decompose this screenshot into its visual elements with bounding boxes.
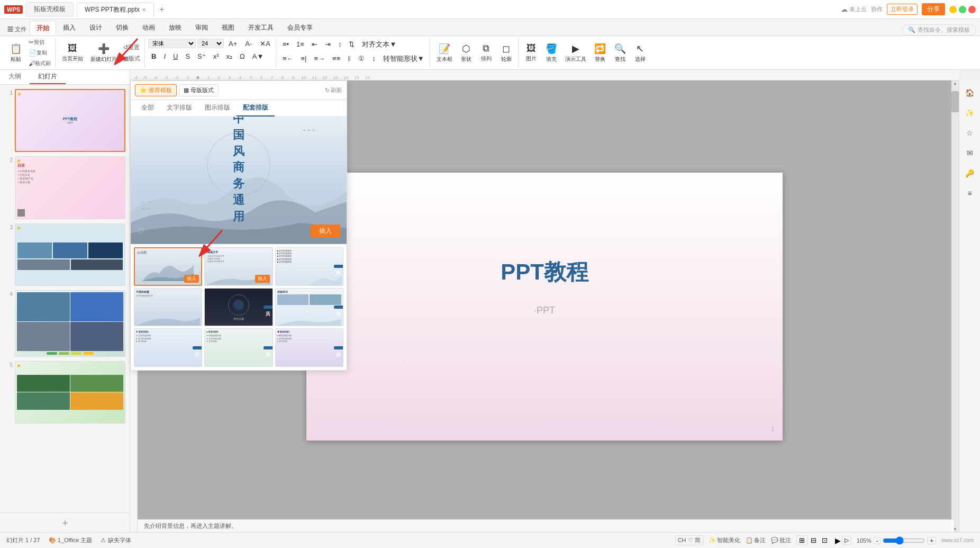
tp-tab-suite[interactable]: 配套排版 (237, 100, 275, 116)
find-button[interactable]: 🔍 查找 (611, 40, 630, 66)
sync-status[interactable]: ☁ 未上云 (841, 5, 867, 13)
share-button[interactable]: 分享 (922, 3, 945, 15)
login-button[interactable]: 立即登录 (887, 4, 918, 15)
font-decrease-button[interactable]: A- (242, 38, 255, 49)
superscript-button[interactable]: x² (210, 51, 222, 62)
tp-tab-all[interactable]: 全部 (135, 100, 160, 116)
refresh-button[interactable]: ↻ 刷新 (325, 86, 342, 94)
mini-insert-btn-6[interactable]: 插入 (334, 306, 343, 309)
bold-button[interactable]: B (148, 51, 159, 62)
numbered-list-button[interactable]: 1≡ (293, 39, 307, 50)
align-right-button[interactable]: ≡→ (311, 53, 329, 64)
layout-template-button[interactable]: ▦ 母版版式 (179, 84, 219, 96)
ribbon-tab-review[interactable]: 审阅 (188, 20, 215, 35)
new-slide-button[interactable]: 🖼 当页开始 (59, 40, 86, 66)
align-justify-button[interactable]: ≡≡ (329, 53, 343, 64)
align-text-button[interactable]: 对齐文本▼ (359, 38, 400, 51)
copy-button[interactable]: 📄 复制 (26, 48, 53, 58)
template-thumb-7[interactable]: ▶ 配套排版A ● 文字内容说明 ● 文字内容说明 ● 文字内容 插入 (134, 328, 202, 367)
redesign-button[interactable]: ➕ 新建幻灯片 (87, 40, 120, 66)
slide-item[interactable]: 4 (4, 290, 125, 356)
slide-item[interactable]: 2 ★ 目录 ✓介绍基本信息 ✓介绍文化 ✓讲述/绍产品 ✓宣传方案 (4, 156, 125, 219)
mini-insert-btn-8[interactable]: 插入 (264, 346, 273, 349)
template-thumb-3[interactable]: ■ 文字内容排列 ■ 文字内容排列 ■ 文字内容排列 ■ 文字内容排列 ■ 文字… (275, 247, 343, 286)
slide-thumb-2[interactable]: ★ 目录 ✓介绍基本信息 ✓介绍文化 ✓讲述/绍产品 ✓宣传方案 (15, 156, 125, 219)
template-thumb-1[interactable]: 山水图 插入 (134, 247, 202, 286)
strikethrough-button[interactable]: S (182, 51, 193, 62)
menu-icon[interactable]: ☰ 文件 (4, 23, 30, 35)
slide-canvas[interactable]: PPT教程 ·PPT 1 PPT (306, 173, 783, 441)
cut-button[interactable]: ✂ 剪切 (26, 38, 53, 47)
mini-insert-btn-9[interactable]: 插入 (334, 346, 343, 349)
select-button[interactable]: ↖ 选择 (631, 40, 650, 66)
zoom-slider[interactable] (883, 536, 925, 545)
indent-right-button[interactable]: ⇥ (322, 39, 334, 50)
tab-pptx-close[interactable]: ✕ (142, 7, 146, 13)
clear-format-button[interactable]: ✕A (257, 38, 274, 49)
collab-button[interactable]: 协作 (871, 5, 883, 13)
right-tool-4[interactable]: ✉ (962, 145, 978, 161)
right-tool-6[interactable]: ≡ (962, 185, 978, 201)
tab-outline[interactable]: 大纲 (0, 70, 30, 84)
add-tab-button[interactable]: + (157, 5, 166, 14)
template-thumb-4[interactable]: 中国风标题 文字内容说明文字 (134, 288, 202, 327)
main-insert-button[interactable]: 插入 (311, 224, 340, 238)
minimize-button[interactable] (949, 6, 957, 13)
slide-thumb-4[interactable] (15, 290, 125, 356)
slide-thumb-1[interactable]: ★ PPT教程 ·PPT (15, 89, 125, 152)
shape-button[interactable]: ⬡ 形状 (457, 40, 476, 66)
italic-button[interactable]: I (160, 51, 169, 62)
scrollbar-thumb-v[interactable] (951, 91, 959, 112)
sort-button[interactable]: ⇅ (346, 39, 358, 50)
comment-button[interactable]: 💬 批注 (771, 536, 791, 544)
ribbon-tab-transition[interactable]: 切换 (109, 20, 135, 35)
outline-button[interactable]: ◻ 轮廓 (497, 40, 516, 66)
tp-tab-graphic[interactable]: 图示排版 (198, 100, 237, 116)
zoom-minus-button[interactable]: - (874, 537, 881, 544)
numbering2-button[interactable]: ① (355, 53, 368, 64)
picture-button[interactable]: 🖼 图片 (522, 40, 541, 66)
add-slide-button[interactable]: ＋ (60, 516, 70, 529)
fill-button[interactable]: 🪣 填充 (542, 40, 561, 66)
tab-template[interactable]: 拓板壳模板 (26, 2, 74, 16)
textbox-button[interactable]: 📝 文本框 (433, 40, 456, 66)
bullet-list-button[interactable]: ≡• (279, 39, 292, 50)
mini-insert-btn-3[interactable]: 插入 (334, 265, 343, 268)
scroll-up-btn[interactable]: ▲ (951, 80, 959, 86)
slide-thumb-3[interactable]: ★ (15, 223, 125, 286)
ribbon-tab-design[interactable]: 设计 (83, 20, 109, 35)
tab-pptx[interactable]: WPS PPT教程.pptx ✕ (77, 3, 154, 16)
replace-button[interactable]: 🔁 替换 (591, 40, 610, 66)
align-left-button[interactable]: ≡← (279, 53, 297, 64)
font-increase-button[interactable]: A+ (225, 38, 240, 49)
mini-insert-btn-5[interactable]: 插入 (264, 306, 273, 309)
vertical-scrollbar[interactable]: ▼ ▲ (951, 80, 959, 532)
ribbon-tab-vip[interactable]: 会员专享 (280, 20, 320, 35)
template-thumb-8[interactable]: ■ 配套排版B ● 绿色风格内容 ● 文字内容说明 ● 文字内容 插入 (204, 328, 273, 367)
ribbon-tab-devtools[interactable]: 开发工具 (241, 20, 280, 35)
right-tool-2[interactable]: ✨ (962, 105, 978, 121)
template-thumb-9[interactable]: ◆ 配套排版C ● 紫色风格内容 ● 文字内容说明 ● 文字内容 插入 (275, 328, 343, 367)
custom-spacing-button[interactable]: ↕ (369, 53, 379, 64)
arrange-button[interactable]: ⧉ 排列 (477, 40, 496, 66)
ribbon-tab-home[interactable]: 开始 (30, 21, 56, 35)
right-tool-1[interactable]: 🏠 (962, 85, 978, 101)
cols-button[interactable]: ⫴ (344, 53, 354, 65)
slide-item[interactable]: 5 ★ (4, 361, 125, 424)
format-brush-button[interactable]: 🖌 格式刷 (26, 59, 53, 68)
mini-insert-btn-1[interactable]: 插入 (184, 275, 199, 283)
special-chars-button[interactable]: Ω (237, 51, 248, 62)
convert-shape-button[interactable]: 转智能形状▼ (380, 52, 428, 65)
favorite-icon[interactable]: ♡ (137, 227, 144, 237)
subscript-button[interactable]: x₂ (223, 51, 236, 62)
slide-item[interactable]: 3 ★ (4, 223, 125, 286)
play-from-start-btn[interactable]: ▶ (835, 536, 841, 545)
ribbon-tab-insert[interactable]: 插入 (56, 20, 83, 35)
paste-button[interactable]: 📋 粘贴 (6, 40, 25, 66)
close-button[interactable] (968, 6, 976, 13)
mini-insert-btn-7[interactable]: 插入 (193, 346, 202, 349)
template-thumb-6[interactable]: 排版样式 插入 (275, 288, 343, 327)
layout-button[interactable]: ▦ 版式 (121, 53, 142, 64)
shadow-button[interactable]: S⁺ (194, 51, 209, 62)
tp-tab-text[interactable]: 文字排版 (160, 100, 198, 116)
